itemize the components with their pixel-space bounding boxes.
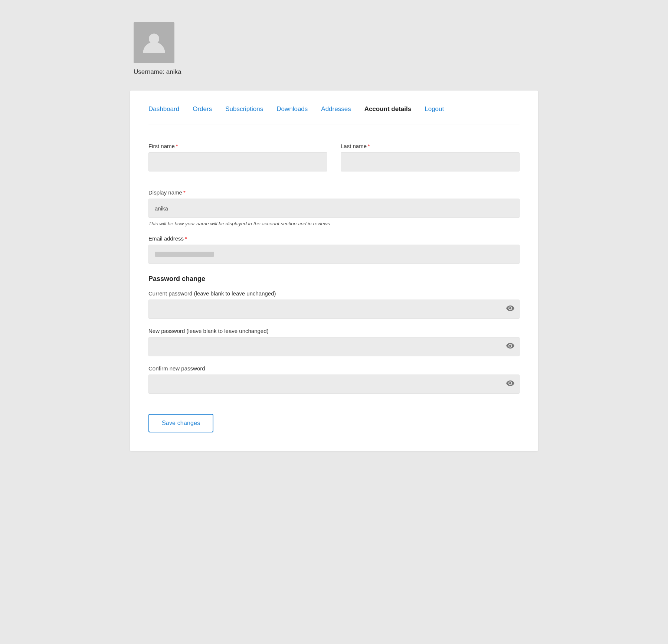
email-input-wrapper[interactable] (148, 245, 520, 264)
nav-tab-account-details[interactable]: Account details (364, 105, 412, 113)
new-password-wrapper (148, 337, 520, 356)
confirm-password-label: Confirm new password (148, 365, 520, 372)
current-password-toggle-icon[interactable] (506, 305, 514, 313)
last-name-required: * (368, 143, 370, 149)
first-name-input[interactable] (148, 152, 327, 171)
display-name-input[interactable] (148, 199, 520, 218)
main-card: Dashboard Orders Subscriptions Downloads… (130, 91, 538, 451)
confirm-password-input[interactable] (148, 375, 520, 394)
name-row: First name* Last name* (148, 143, 520, 180)
display-name-hint: This will be how your name will be displ… (148, 221, 520, 226)
last-name-label: Last name* (341, 143, 520, 149)
save-button-wrapper: Save changes (148, 403, 520, 432)
password-section-heading: Password change (148, 275, 520, 283)
current-password-wrapper (148, 300, 520, 319)
current-password-group: Current password (leave blank to leave u… (148, 290, 520, 319)
nav-tab-dashboard[interactable]: Dashboard (148, 105, 179, 113)
profile-section: Username: anika (134, 22, 538, 76)
form-section: First name* Last name* Display name* Th (148, 143, 520, 432)
confirm-password-group: Confirm new password (148, 365, 520, 394)
save-changes-button[interactable]: Save changes (148, 414, 213, 432)
confirm-password-toggle-icon[interactable] (506, 380, 514, 388)
new-password-input[interactable] (148, 337, 520, 356)
new-password-group: New password (leave blank to leave uncha… (148, 328, 520, 356)
email-required: * (185, 235, 187, 242)
nav-tab-addresses[interactable]: Addresses (321, 105, 351, 113)
nav-tabs: Dashboard Orders Subscriptions Downloads… (148, 105, 520, 124)
display-name-required: * (183, 189, 186, 196)
user-avatar-icon (141, 30, 167, 56)
nav-tab-subscriptions[interactable]: Subscriptions (225, 105, 263, 113)
display-name-label: Display name* (148, 189, 520, 196)
username-label: Username: anika (134, 68, 181, 76)
last-name-input[interactable] (341, 152, 520, 171)
email-group: Email address* (148, 235, 520, 264)
confirm-password-wrapper (148, 375, 520, 394)
first-name-required: * (176, 143, 178, 149)
email-label: Email address* (148, 235, 520, 242)
first-name-group: First name* (148, 143, 327, 171)
display-name-group: Display name* This will be how your name… (148, 189, 520, 226)
new-password-label: New password (leave blank to leave uncha… (148, 328, 520, 334)
nav-tab-downloads[interactable]: Downloads (276, 105, 308, 113)
last-name-group: Last name* (341, 143, 520, 171)
current-password-label: Current password (leave blank to leave u… (148, 290, 520, 297)
email-value-blurred (155, 252, 214, 257)
nav-tab-orders[interactable]: Orders (193, 105, 212, 113)
current-password-input[interactable] (148, 300, 520, 319)
avatar (134, 22, 174, 63)
new-password-toggle-icon[interactable] (506, 343, 514, 351)
page-wrapper: Username: anika Dashboard Orders Subscri… (130, 22, 538, 451)
nav-tab-logout[interactable]: Logout (425, 105, 444, 113)
first-name-label: First name* (148, 143, 327, 149)
